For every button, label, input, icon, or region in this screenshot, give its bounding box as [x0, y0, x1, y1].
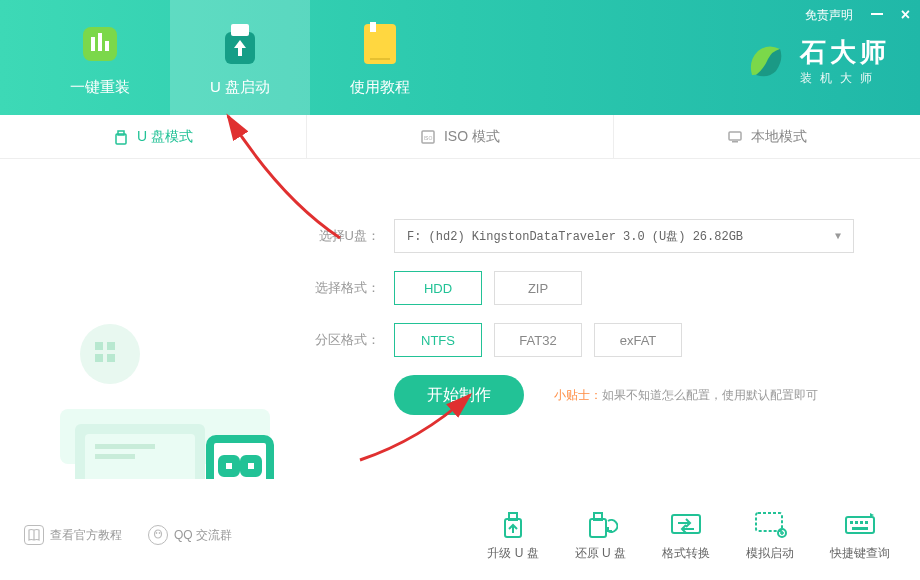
- tip-label: 小贴士：: [554, 388, 602, 402]
- app-header: 免责声明 × 一键重装 U 盘启动 使用教程 石大师 装机大师: [0, 0, 920, 115]
- footer-link-tutorial[interactable]: 查看官方教程: [24, 525, 122, 545]
- nav-label: U 盘启动: [210, 78, 270, 97]
- brand-subtitle: 装机大师: [800, 70, 890, 87]
- minimize-icon: [871, 13, 883, 15]
- tool-label: 模拟启动: [746, 545, 794, 562]
- form-area: 选择U盘： F: (hd2) KingstonDataTraveler 3.0 …: [300, 159, 920, 479]
- nav-tab-tutorial[interactable]: 使用教程: [310, 0, 450, 115]
- footer-link-label: 查看官方教程: [50, 527, 122, 544]
- row-select-drive: 选择U盘： F: (hd2) KingstonDataTraveler 3.0 …: [310, 219, 880, 253]
- format-option-zip[interactable]: ZIP: [494, 271, 582, 305]
- label-partition: 分区格式：: [310, 331, 380, 349]
- shortcut-query-icon: [842, 509, 878, 539]
- partition-option-ntfs[interactable]: NTFS: [394, 323, 482, 357]
- nav-tab-reinstall[interactable]: 一键重装: [30, 0, 170, 115]
- svg-rect-44: [865, 521, 868, 524]
- qq-icon: [148, 525, 168, 545]
- svg-rect-5: [231, 24, 249, 36]
- minimize-button[interactable]: [871, 8, 883, 22]
- tool-label: 快捷键查询: [830, 545, 890, 562]
- brand-logo-icon: [742, 37, 790, 85]
- book-icon: [24, 525, 44, 545]
- label-select-format: 选择格式：: [310, 279, 380, 297]
- format-option-hdd[interactable]: HDD: [394, 271, 482, 305]
- iso-mode-icon: ISO: [420, 129, 436, 145]
- window-controls: 免责声明 ×: [805, 6, 910, 24]
- svg-point-32: [159, 532, 161, 534]
- upgrade-usb-icon: [495, 509, 531, 539]
- close-button[interactable]: ×: [901, 6, 910, 24]
- footer-tools: 升级 U 盘 还原 U 盘 格式转换 模拟启动 快捷键查询: [487, 509, 890, 562]
- start-button[interactable]: 开始制作: [394, 375, 524, 415]
- footer-links: 查看官方教程 QQ 交流群: [0, 525, 232, 545]
- usb-illustration: [0, 159, 300, 479]
- tool-restore-usb[interactable]: 还原 U 盘: [575, 509, 626, 562]
- tool-simulate-boot[interactable]: 模拟启动: [746, 509, 794, 562]
- brand-title: 石大师: [800, 35, 890, 70]
- main-content: 选择U盘： F: (hd2) KingstonDataTraveler 3.0 …: [0, 159, 920, 479]
- svg-rect-38: [756, 513, 782, 531]
- tool-label: 格式转换: [662, 545, 710, 562]
- svg-rect-35: [590, 519, 606, 537]
- svg-rect-41: [850, 521, 853, 524]
- main-nav: 一键重装 U 盘启动 使用教程: [0, 0, 450, 115]
- disclaimer-link[interactable]: 免责声明: [805, 7, 853, 24]
- svg-rect-19: [95, 444, 155, 449]
- nav-label: 一键重装: [70, 78, 130, 97]
- mode-tab-local[interactable]: 本地模式: [614, 115, 920, 158]
- nav-tab-usb-boot[interactable]: U 盘启动: [170, 0, 310, 115]
- svg-rect-43: [860, 521, 863, 524]
- svg-rect-20: [95, 454, 135, 459]
- tool-label: 还原 U 盘: [575, 545, 626, 562]
- tool-label: 升级 U 盘: [487, 545, 538, 562]
- svg-rect-40: [846, 517, 874, 533]
- mode-tab-label: ISO 模式: [444, 128, 500, 146]
- nav-label: 使用教程: [350, 78, 410, 97]
- svg-text:ISO: ISO: [424, 135, 433, 141]
- svg-rect-8: [370, 58, 390, 60]
- drive-dropdown-value: F: (hd2) KingstonDataTraveler 3.0 (U盘) 2…: [407, 228, 743, 245]
- mode-tab-usb[interactable]: U 盘模式: [0, 115, 307, 158]
- mode-tab-label: 本地模式: [751, 128, 807, 146]
- brand: 石大师 装机大师: [742, 35, 890, 87]
- local-mode-icon: [727, 129, 743, 145]
- svg-rect-1: [91, 37, 95, 51]
- chevron-down-icon: ▼: [835, 231, 841, 242]
- simulate-boot-icon: [752, 509, 788, 539]
- svg-rect-13: [729, 132, 741, 140]
- svg-rect-3: [105, 41, 109, 51]
- mode-tab-label: U 盘模式: [137, 128, 193, 146]
- svg-point-30: [155, 530, 162, 538]
- reinstall-icon: [78, 18, 123, 70]
- row-partition: 分区格式： NTFS FAT32 exFAT: [310, 323, 880, 357]
- tip-text: 小贴士：如果不知道怎么配置，使用默认配置即可: [554, 387, 818, 404]
- tutorial-icon: [358, 18, 403, 70]
- drive-dropdown[interactable]: F: (hd2) KingstonDataTraveler 3.0 (U盘) 2…: [394, 219, 854, 253]
- svg-rect-42: [855, 521, 858, 524]
- svg-rect-14: [732, 141, 738, 143]
- svg-rect-10: [118, 131, 124, 135]
- label-select-drive: 选择U盘：: [310, 227, 380, 245]
- usb-mode-icon: [113, 129, 129, 145]
- partition-option-exfat[interactable]: exFAT: [594, 323, 682, 357]
- tool-upgrade-usb[interactable]: 升级 U 盘: [487, 509, 538, 562]
- mode-tab-iso[interactable]: ISO ISO 模式: [307, 115, 614, 158]
- svg-rect-45: [852, 527, 868, 530]
- footer: 查看官方教程 QQ 交流群 升级 U 盘 还原 U 盘 格式转换 模拟启动: [0, 490, 920, 580]
- partition-option-fat32[interactable]: FAT32: [494, 323, 582, 357]
- row-select-format: 选择格式： HDD ZIP: [310, 271, 880, 305]
- format-convert-icon: [668, 509, 704, 539]
- footer-link-label: QQ 交流群: [174, 527, 232, 544]
- footer-link-qq[interactable]: QQ 交流群: [148, 525, 232, 545]
- mode-tabs: U 盘模式 ISO ISO 模式 本地模式: [0, 115, 920, 159]
- svg-rect-2: [98, 33, 102, 51]
- usb-boot-icon: [218, 18, 263, 70]
- svg-rect-7: [370, 22, 376, 32]
- action-row: 开始制作 小贴士：如果不知道怎么配置，使用默认配置即可: [310, 375, 880, 415]
- tool-format-convert[interactable]: 格式转换: [662, 509, 710, 562]
- svg-point-31: [156, 532, 158, 534]
- tip-body: 如果不知道怎么配置，使用默认配置即可: [602, 388, 818, 402]
- restore-usb-icon: [582, 509, 618, 539]
- tool-shortcut-query[interactable]: 快捷键查询: [830, 509, 890, 562]
